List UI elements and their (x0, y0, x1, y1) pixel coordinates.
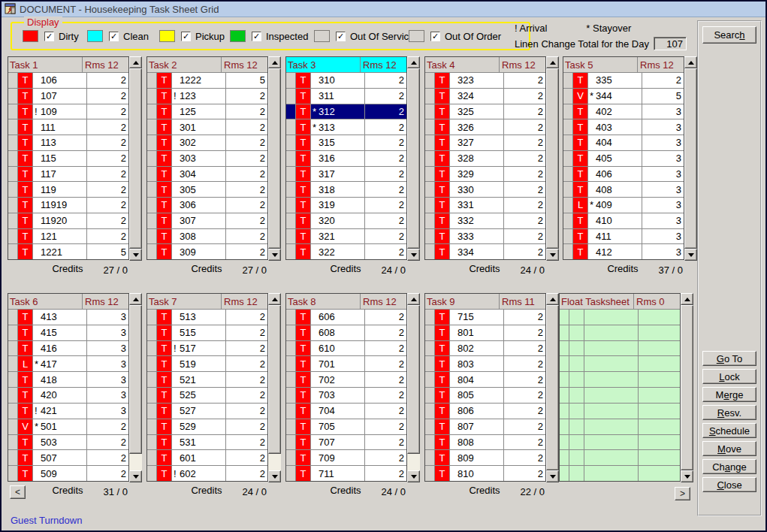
scroll-up-button[interactable] (681, 293, 693, 305)
search-button[interactable]: Search (702, 26, 756, 44)
scroll-thumb[interactable] (268, 305, 281, 454)
task-row[interactable]: T5092 (8, 466, 128, 481)
row-selector[interactable] (286, 341, 296, 356)
close-button[interactable]: Close (702, 477, 756, 492)
task-row[interactable]: T3342 (425, 244, 545, 259)
row-selector[interactable] (8, 372, 18, 387)
row-selector[interactable] (147, 182, 157, 197)
task-row[interactable]: T8082 (425, 435, 545, 451)
task-row[interactable]: T4133 (8, 310, 128, 325)
task-row[interactable]: T4113 (563, 229, 684, 245)
dirty-checkbox[interactable]: ✓ (44, 32, 54, 41)
scroll-up-button[interactable] (129, 293, 142, 305)
scroll-up-button[interactable] (407, 56, 420, 68)
task-row[interactable]: T3182 (286, 182, 406, 198)
row-selector[interactable] (8, 182, 18, 197)
row-selector[interactable] (425, 213, 435, 228)
task-row[interactable]: T3172 (286, 167, 406, 183)
row-selector[interactable] (286, 104, 296, 119)
task-row[interactable]: T6102 (286, 341, 406, 357)
task-row[interactable]: T5072 (8, 450, 128, 466)
row-selector[interactable] (425, 404, 435, 419)
task-row[interactable]: T3262 (425, 119, 545, 135)
row-selector[interactable] (425, 435, 435, 450)
task-row[interactable]: T4183 (8, 372, 128, 388)
row-selector[interactable] (8, 388, 18, 403)
scroll-thumb[interactable] (407, 305, 420, 454)
task-row[interactable]: T119192 (8, 198, 128, 213)
task-row[interactable]: T4083 (563, 182, 684, 198)
guest-turndown-link[interactable]: Guest Turndown (11, 515, 82, 526)
task-row[interactable] (560, 388, 680, 404)
row-selector[interactable] (563, 104, 573, 119)
task-row[interactable]: T6012 (147, 450, 267, 466)
task-row[interactable]: T3272 (425, 135, 545, 151)
row-selector[interactable] (147, 213, 157, 228)
task-row[interactable]: T3282 (425, 151, 545, 167)
row-selector[interactable] (286, 435, 296, 450)
task-row[interactable]: T4203 (8, 388, 128, 404)
row-selector[interactable] (425, 341, 435, 356)
task-row[interactable]: T4103 (563, 213, 684, 229)
task-row[interactable]: T3042 (147, 167, 267, 183)
row-selector[interactable] (8, 310, 18, 325)
scroll-down-button[interactable] (268, 249, 281, 261)
task-row[interactable]: T5292 (147, 419, 267, 435)
row-selector[interactable] (147, 419, 157, 434)
change-button[interactable]: Change (702, 459, 756, 474)
row-selector[interactable] (425, 229, 435, 244)
row-selector[interactable] (425, 104, 435, 119)
task-row[interactable]: T4163 (8, 341, 128, 357)
row-selector[interactable] (286, 388, 296, 403)
scroll-up-button[interactable] (268, 293, 281, 305)
row-selector[interactable] (286, 213, 296, 228)
task-row[interactable]: T3102 (286, 73, 406, 89)
task-row[interactable]: T3292 (425, 167, 545, 183)
scroll-thumb[interactable] (546, 68, 559, 249)
row-selector[interactable] (563, 89, 573, 104)
row-selector[interactable] (147, 104, 157, 119)
task-row[interactable] (560, 356, 680, 372)
task-row[interactable]: T*3122 (286, 104, 406, 120)
row-selector[interactable] (147, 119, 157, 135)
scroll-down-button[interactable] (129, 249, 142, 261)
row-selector[interactable] (8, 119, 18, 135)
task-row[interactable]: L*4093 (563, 198, 684, 213)
scroll-up-button[interactable] (268, 56, 281, 68)
out-of-order-checkbox[interactable]: ✓ (430, 32, 440, 41)
row-selector[interactable] (147, 450, 157, 465)
row-selector[interactable] (563, 151, 573, 166)
task-row[interactable]: T5132 (147, 310, 267, 325)
row-selector[interactable] (147, 341, 157, 356)
row-selector[interactable] (560, 372, 569, 387)
out-of-service-checkbox[interactable]: ✓ (336, 32, 346, 41)
task-row[interactable]: T4123 (563, 244, 684, 259)
row-selector[interactable] (286, 466, 296, 481)
row-selector[interactable] (425, 356, 435, 371)
row-selector[interactable] (286, 73, 296, 88)
row-selector[interactable] (147, 435, 157, 450)
row-selector[interactable] (147, 388, 157, 403)
task-row[interactable]: T3162 (286, 151, 406, 167)
task-row[interactable]: T8062 (425, 404, 545, 419)
task-row[interactable]: T7022 (286, 372, 406, 388)
row-selector[interactable] (425, 310, 435, 325)
task-row[interactable]: T12225 (147, 73, 267, 89)
row-selector[interactable] (8, 341, 18, 356)
task-row[interactable]: T3152 (286, 135, 406, 151)
task-row[interactable]: T3062 (147, 198, 267, 213)
row-selector[interactable] (563, 182, 573, 197)
panel-scrollbar[interactable] (407, 293, 420, 482)
clean-checkbox[interactable]: ✓ (109, 32, 119, 41)
scroll-down-button[interactable] (407, 249, 420, 261)
task-row[interactable]: T4153 (8, 325, 128, 341)
task-row[interactable]: T*3132 (286, 119, 406, 135)
row-selector[interactable] (286, 182, 296, 197)
row-selector[interactable] (8, 450, 18, 465)
task-row[interactable]: T8072 (425, 419, 545, 435)
scroll-thumb[interactable] (407, 68, 420, 249)
row-selector[interactable] (425, 325, 435, 340)
scroll-down-button[interactable] (129, 470, 142, 482)
row-selector[interactable] (560, 419, 569, 434)
task-row[interactable]: T1212 (8, 229, 128, 245)
